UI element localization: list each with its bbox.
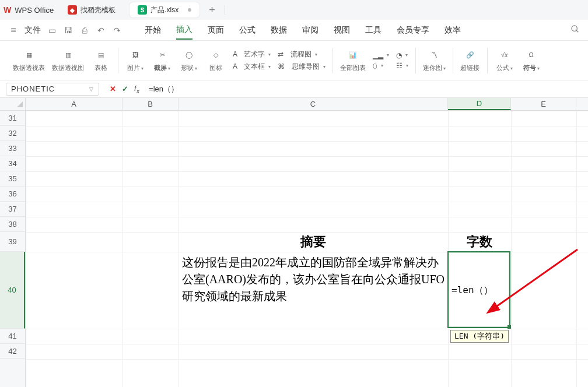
menu-tab-2[interactable]: 页面: [208, 22, 224, 39]
pivot-table-button[interactable]: ▦数据透视表: [13, 48, 45, 72]
menu-tab-6[interactable]: 视图: [334, 22, 350, 39]
tab-product-xlsx[interactable]: S 产品.xlsx: [130, 2, 200, 17]
shapes-button[interactable]: ◯形状▾: [179, 48, 199, 72]
function-tooltip: LEN (字符串): [450, 330, 509, 343]
hamburger-icon[interactable]: ≡: [8, 25, 19, 36]
menu-tab-3[interactable]: 公式: [239, 22, 256, 39]
column-headers: ABCDE: [0, 98, 588, 111]
ribbon-group-link: 🔗超链接: [453, 41, 487, 80]
screenshot-button[interactable]: ✂截屏▾: [152, 48, 172, 72]
ribbon-group-charts: 📊全部图表 ▁▂▾ ⬯▾ ◔▾ ☷▾: [333, 41, 415, 80]
tab-template-shell[interactable]: ◆ 找稻壳模板: [60, 2, 124, 17]
menu-tab-0[interactable]: 开始: [145, 22, 161, 39]
row-header-35[interactable]: 35: [0, 171, 25, 187]
svg-point-0: [572, 26, 577, 31]
mindmap-icon: ⌘: [278, 62, 285, 71]
picture-button[interactable]: 🖼图片▾: [125, 48, 145, 72]
name-box[interactable]: PHONETIC ▽: [6, 83, 99, 96]
column-header-D[interactable]: D: [448, 98, 511, 110]
row-header-36[interactable]: 36: [0, 187, 25, 202]
row-header-31[interactable]: 31: [0, 111, 25, 126]
chevron-down-icon[interactable]: ▽: [89, 86, 94, 92]
column-header-A[interactable]: A: [26, 98, 123, 110]
menu-tab-1[interactable]: 插入: [176, 21, 192, 40]
menu-tab-9[interactable]: 效率: [444, 22, 461, 39]
row-header-32[interactable]: 32: [0, 126, 25, 141]
row-header-40[interactable]: 40: [0, 252, 25, 329]
new-tab-button[interactable]: +: [205, 4, 219, 16]
menu-tab-4[interactable]: 数据: [271, 22, 287, 39]
equation-button[interactable]: √x公式▾: [495, 48, 514, 72]
row-header-41[interactable]: 41: [0, 329, 25, 344]
formula-input[interactable]: =len（）: [144, 84, 588, 94]
shapes-icon: ◯: [182, 48, 196, 61]
flowchart-icon: ⇄: [278, 50, 284, 58]
chart-small-2[interactable]: ⬯▾: [373, 62, 389, 70]
pivot-chart-button[interactable]: ▥数据透视图: [52, 48, 84, 72]
print-icon[interactable]: ⎙: [79, 25, 90, 36]
cancel-formula-button[interactable]: ✕: [110, 85, 116, 93]
cell-D39-header[interactable]: 字数: [448, 232, 511, 252]
hyperlink-icon: 🔗: [463, 48, 477, 61]
icons-button[interactable]: ◇图标: [206, 48, 226, 72]
menu-tab-5[interactable]: 审阅: [302, 22, 318, 39]
textbox-button[interactable]: A 文本框▾: [233, 62, 271, 72]
column-header-B[interactable]: B: [123, 98, 178, 110]
menu-tab-7[interactable]: 工具: [365, 22, 382, 39]
all-charts-button[interactable]: 📊全部图表: [340, 48, 366, 72]
spreadsheet-grid[interactable]: ABCDE 313233343536373839404142 摘要字数这份报告是…: [0, 98, 588, 387]
flowchart-button[interactable]: ⇄ 流程图▾: [278, 50, 325, 59]
accept-formula-button[interactable]: ✓: [122, 85, 128, 93]
table-button[interactable]: ▤表格: [91, 48, 111, 72]
row-header-33[interactable]: 33: [0, 141, 25, 156]
save-icon[interactable]: 🖫: [63, 25, 74, 36]
chart-small-3[interactable]: ◔▾: [396, 51, 408, 59]
sparkline-icon: 〽: [427, 48, 441, 61]
wordart-button[interactable]: A 艺术字▾: [233, 50, 271, 59]
menu-tabs: 开始插入页面公式数据审阅视图工具会员专享效率: [145, 21, 461, 40]
row-headers: 313233343536373839404142: [0, 111, 26, 387]
row-header-38[interactable]: 38: [0, 217, 25, 232]
cells-area[interactable]: 摘要字数这份报告是由2022年成立的国防部全域异常解决办公室(AARO)发布的，…: [26, 111, 588, 387]
redo-icon[interactable]: ↷: [112, 25, 123, 36]
svg-line-1: [576, 30, 578, 32]
pivot-chart-icon: ▥: [61, 48, 75, 61]
hyperlink-button[interactable]: 🔗超链接: [460, 48, 480, 72]
sparkline-button[interactable]: 〽迷你图▾: [423, 48, 446, 72]
textbox-icon: A: [233, 62, 237, 71]
symbol-button[interactable]: Ω符号▾: [522, 48, 541, 72]
chart-icon: 📊: [346, 48, 360, 61]
picture-icon: 🖼: [128, 48, 142, 61]
tab-label: 找稻壳模板: [80, 5, 116, 15]
row-header-42[interactable]: 42: [0, 344, 25, 359]
column-header-E[interactable]: E: [511, 98, 576, 110]
menu-tab-8[interactable]: 会员专享: [397, 22, 429, 39]
undo-icon[interactable]: ↶: [96, 25, 106, 36]
fx-icon[interactable]: fx: [134, 84, 139, 94]
row-header-39[interactable]: 39: [0, 232, 25, 252]
app-name: WPS Office: [15, 6, 54, 15]
quick-access: ≡ 文件 ▭ 🖫 ⎙ ↶ ↷: [8, 25, 123, 36]
cell-C40-body[interactable]: 这份报告是由2022年成立的国防部全域异常解决办公室(AARO)发布的，该办公室…: [178, 252, 448, 329]
shell-icon: ◆: [68, 5, 77, 15]
title-bar: W WPS Office ◆ 找稻壳模板 S 产品.xlsx +: [0, 0, 588, 20]
cell-C39-header[interactable]: 摘要: [178, 232, 448, 252]
select-all-corner[interactable]: [0, 98, 26, 110]
search-icon[interactable]: [570, 24, 580, 36]
mindmap-button[interactable]: ⌘ 思维导图▾: [278, 62, 325, 72]
app-brand: W WPS Office: [4, 5, 54, 15]
row-header-34[interactable]: 34: [0, 156, 25, 171]
chart-small-4[interactable]: ☷▾: [396, 62, 408, 70]
open-icon[interactable]: ▭: [47, 25, 57, 36]
divider: [225, 5, 225, 15]
chart-small-1[interactable]: ▁▂▾: [373, 51, 389, 59]
row-header-37[interactable]: 37: [0, 202, 25, 217]
icons-icon: ◇: [209, 48, 223, 61]
ribbon-group-illust: 🖼图片▾ ✂截屏▾ ◯形状▾ ◇图标 A 艺术字▾ A 文本框▾ ⇄ 流程图▾ …: [118, 41, 332, 80]
name-box-value: PHONETIC: [11, 85, 55, 93]
spreadsheet-icon: S: [138, 5, 147, 15]
formula-bar: PHONETIC ▽ ✕ ✓ fx =len（）: [0, 80, 588, 98]
file-menu[interactable]: 文件: [24, 25, 41, 36]
column-header-C[interactable]: C: [178, 98, 448, 110]
cell-D40-editing[interactable]: =len（）: [448, 252, 511, 329]
